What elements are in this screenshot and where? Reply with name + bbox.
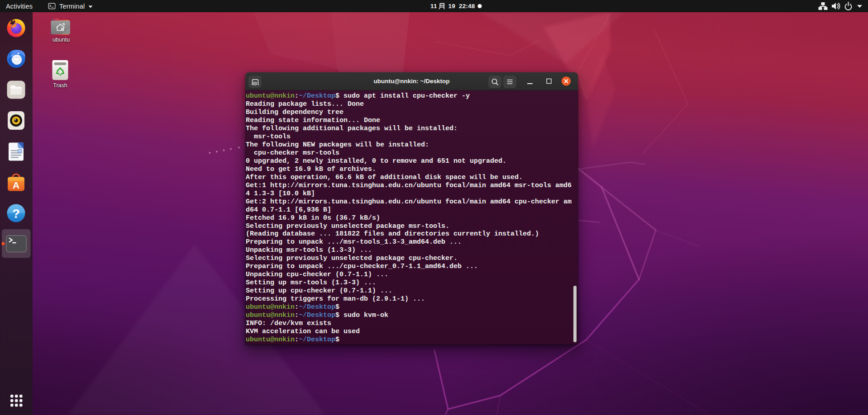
svg-text:A: A (13, 179, 19, 190)
